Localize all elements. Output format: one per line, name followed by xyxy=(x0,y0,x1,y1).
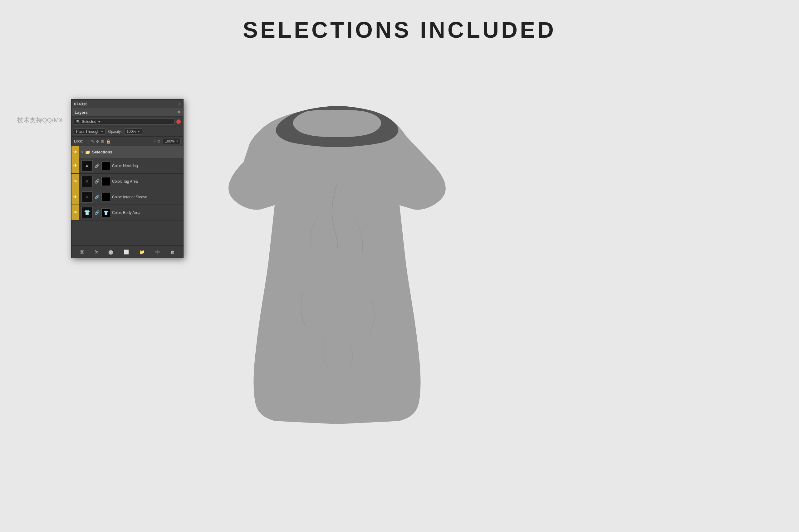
layer-row[interactable]: 👁 👕 🔗 👕 Color: Body Area xyxy=(71,205,183,221)
layer-thumb-2: 🖥 xyxy=(81,176,93,187)
layer-mask-1 xyxy=(102,162,110,170)
opacity-value: 100% xyxy=(126,129,136,134)
layer-thumb-preview-3: 🖥 xyxy=(86,195,89,198)
layer-row[interactable]: 👁 🖥 🔗 Color: Interior Sleeve xyxy=(71,189,183,205)
search-row: 🔍 Selected ▼ xyxy=(71,117,183,127)
search-icon: 🔍 xyxy=(76,120,80,124)
record-dot xyxy=(176,119,181,124)
layer-mask-4: 👕 xyxy=(102,208,110,217)
layer-mask-3 xyxy=(102,193,110,202)
eye-icon-1: 👁 xyxy=(73,164,77,168)
layer-thumb-3: 🖥 xyxy=(81,191,93,203)
eye-icon-2: 👁 xyxy=(73,179,77,184)
panel-collapse-button[interactable]: « xyxy=(179,102,181,106)
layer-list: 👁 ▾ 📁 Selections 👁 🖥 🔗 Color: Neckring 👁 xyxy=(71,146,183,221)
group-folder-icon: 📁 xyxy=(85,150,90,155)
layer-row[interactable]: 👁 🖥 🔗 Color: Tag Area xyxy=(71,174,183,189)
layer-mask-tshirt-icon: 👕 xyxy=(103,210,109,215)
search-box[interactable]: 🔍 Selected ▼ xyxy=(74,118,175,125)
tshirt-illustration xyxy=(194,53,474,471)
layer-visibility-bar-4[interactable]: 👁 xyxy=(71,205,79,220)
layer-name-1: Color: Neckring xyxy=(112,164,181,168)
folder-icon[interactable]: 📁 xyxy=(138,249,146,255)
layer-name-3: Color: Interior Sleeve xyxy=(112,195,181,199)
panel-menu-icon[interactable]: ≡ xyxy=(178,110,180,115)
group-eye-icon: 👁 xyxy=(73,150,77,154)
new-layer-icon[interactable]: ➕ xyxy=(153,249,161,255)
fill-input[interactable]: 100% ▼ xyxy=(163,138,181,145)
tshirt-body-path xyxy=(229,106,446,424)
layer-chain-icon-3: 🔗 xyxy=(94,195,99,199)
layer-thumb-preview-1: 🖥 xyxy=(86,164,89,168)
group-name: Selections xyxy=(92,150,112,154)
layer-thumb-1: 🖥 xyxy=(81,160,93,172)
group-header-selections[interactable]: 👁 ▾ 📁 Selections xyxy=(71,146,183,158)
lock-label: Lock: xyxy=(74,139,83,144)
lock-pixels-icon[interactable]: ⬚ xyxy=(86,139,89,144)
lock-all-icon[interactable]: 🔒 xyxy=(106,139,111,144)
lock-frame-icon[interactable]: ⊡ xyxy=(101,139,104,144)
layer-chain-icon-2: 🔗 xyxy=(94,179,99,184)
layer-thumb-4: 👕 xyxy=(81,207,93,218)
panel-title: Layers xyxy=(75,110,88,115)
layer-visibility-bar-1[interactable]: 👁 xyxy=(71,158,79,173)
layer-row[interactable]: 👁 🖥 🔗 Color: Neckring xyxy=(71,158,183,174)
adjustment-icon[interactable]: ⬤ xyxy=(107,249,114,255)
watermark: 技术支持QQ/MX xyxy=(17,116,63,125)
lock-row: Lock: ⬚ ✎ ✛ ⊡ 🔒 Fill: 100% ▼ xyxy=(71,137,183,146)
delete-icon[interactable]: 🗑 xyxy=(169,249,176,255)
group-visibility-bar[interactable]: 👁 xyxy=(71,146,79,158)
lock-artboard-icon[interactable]: ✛ xyxy=(96,139,99,144)
lock-icons-group: ⬚ ✎ ✛ ⊡ 🔒 xyxy=(86,139,111,144)
layer-mask-2 xyxy=(102,177,110,186)
layers-empty-area xyxy=(71,221,183,245)
layers-panel: 674316 « Layers ≡ 🔍 Selected ▼ Pass Thro… xyxy=(71,99,183,258)
layer-thumb-preview-2: 🖥 xyxy=(86,179,89,183)
panel-header: Layers ≡ xyxy=(71,108,183,117)
layer-visibility-bar-3[interactable]: 👁 xyxy=(71,189,79,205)
search-filter-label: Selected xyxy=(82,119,96,124)
layer-chain-icon-4: 🔗 xyxy=(94,210,99,215)
fill-value: 100% xyxy=(165,139,175,144)
page-title: SELECTIONS INCLUDED xyxy=(243,17,556,43)
layer-thumb-preview-4: 👕 xyxy=(84,210,90,215)
search-dropdown-arrow: ▼ xyxy=(98,120,101,124)
blend-dropdown-arrow: ▼ xyxy=(101,130,104,133)
mask-icon[interactable]: ⬜ xyxy=(122,249,130,255)
layer-visibility-bar-2[interactable]: 👁 xyxy=(71,174,79,189)
opacity-label: Opacity: xyxy=(108,129,122,134)
eye-icon-4: 👁 xyxy=(73,210,77,215)
fill-arrow: ▼ xyxy=(176,140,179,143)
eye-icon-3: 👁 xyxy=(73,195,77,199)
opacity-input[interactable]: 100% ▼ xyxy=(124,129,142,135)
panel-bottom-toolbar: ⛓ fx ⬤ ⬜ 📁 ➕ 🗑 xyxy=(71,245,183,258)
blend-mode-dropdown[interactable]: Pass Through ▼ xyxy=(74,129,106,135)
layer-name-2: Color: Tag Area xyxy=(112,179,181,184)
layer-name-4: Color: Body Area xyxy=(112,210,181,215)
link-icon[interactable]: ⛓ xyxy=(79,249,86,255)
tshirt-svg xyxy=(194,53,474,471)
panel-titlebar: 674316 « xyxy=(71,99,183,108)
blend-mode-label: Pass Through xyxy=(76,129,99,134)
group-expand-icon[interactable]: ▾ xyxy=(81,150,83,154)
blend-mode-row: Pass Through ▼ Opacity: 100% ▼ xyxy=(71,127,183,137)
layer-chain-icon-1: 🔗 xyxy=(94,164,99,168)
fill-label: Fill: xyxy=(155,139,160,144)
opacity-arrow: ▼ xyxy=(137,130,140,133)
lock-position-icon[interactable]: ✎ xyxy=(91,139,94,144)
panel-id: 674316 xyxy=(74,102,87,106)
tshirt-collar-inner-path xyxy=(293,110,381,137)
fx-icon[interactable]: fx xyxy=(93,249,99,255)
